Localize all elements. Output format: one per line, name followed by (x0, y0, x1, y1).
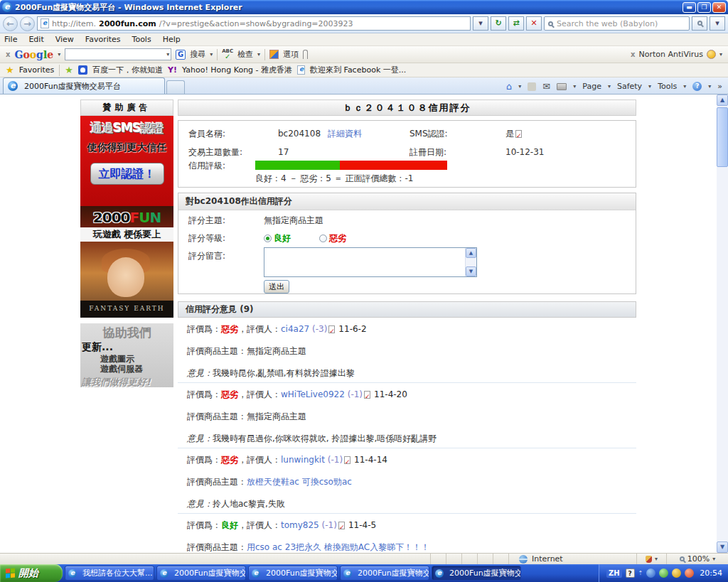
safety-menu[interactable]: Safety (617, 82, 642, 91)
sms-verify-button[interactable]: 立即認證！ (90, 163, 164, 185)
refresh-button[interactable]: ↻ (491, 16, 506, 31)
new-tab-stub[interactable] (166, 80, 185, 94)
chevron-down-icon[interactable]: ▾ (655, 556, 658, 562)
spellcheck-button[interactable]: 檢查 (237, 49, 253, 60)
radio-good[interactable] (264, 235, 272, 242)
menu-tools[interactable]: Tools (132, 35, 151, 44)
comment-topic-link[interactable]: 用cso ac 23把永久 槍換跑勁AC入黎睇下！！！ (247, 542, 429, 552)
menu-edit[interactable]: Edit (28, 35, 43, 44)
google-search-input[interactable]: ▾ (65, 48, 171, 60)
comment-user-link[interactable]: wHiTeLive0922 (281, 389, 345, 399)
stop-button[interactable]: ✕ (526, 16, 542, 31)
help-icon[interactable]: ? (692, 82, 702, 91)
radio-bad[interactable] (319, 235, 327, 242)
go-button[interactable]: ⇄ (508, 16, 524, 31)
rating-doc-icon[interactable] (344, 456, 350, 464)
favorite-link-baidu[interactable]: 百度一下，你就知道 (92, 65, 163, 75)
google-search-dropdown[interactable]: ▾ (210, 51, 213, 58)
menu-help[interactable]: Help (163, 35, 181, 44)
game-banner-ad[interactable]: 2000FUN 玩遊戲 梗係要上 FANTASY EARTH (80, 206, 173, 318)
comment-user-link[interactable]: tomy825 (281, 520, 319, 530)
zoom-dropdown[interactable]: ▾ (712, 556, 715, 562)
ime-help-icon[interactable]: ? (626, 568, 635, 578)
paperclip-icon[interactable] (303, 50, 308, 59)
start-button[interactable]: 開始 (0, 564, 63, 582)
comment-item: 評價爲：惡劣，評價人：wHiTeLive0922 (-1)11-4-20 評價商… (178, 383, 636, 448)
menu-view[interactable]: View (55, 35, 74, 44)
scroll-down-icon[interactable]: ▼ (717, 541, 728, 553)
tray-alert-icon[interactable] (685, 568, 694, 578)
sms-verify-ad[interactable]: 通過SMS認證 使你得到更大信任 立即認證！ (80, 116, 173, 206)
favorites-star-icon[interactable]: ★ (6, 65, 14, 75)
close-button[interactable]: ✕ (712, 2, 726, 13)
home-dropdown[interactable]: ▾ (518, 83, 521, 90)
spellcheck-dropdown[interactable]: ▾ (257, 51, 260, 58)
topic-count-value: 17 (278, 146, 289, 158)
google-logo[interactable]: Google (14, 49, 53, 60)
search-options-button[interactable]: ▾ (710, 16, 725, 31)
norton-dropdown[interactable]: ▾ (719, 51, 722, 58)
rss-feed-icon[interactable] (528, 82, 536, 91)
restore-button[interactable]: ❐ (697, 2, 711, 13)
google-search-button[interactable]: 搜尋 (190, 49, 205, 60)
google-logo-dropdown[interactable]: ▾ (58, 51, 60, 58)
scroll-down-icon[interactable]: ▼ (466, 266, 476, 276)
norton-close-icon[interactable]: x (631, 50, 635, 58)
textarea-scrollbar[interactable]: ▲ ▼ (465, 248, 476, 276)
chevron-down-icon[interactable]: ▾ (166, 51, 169, 58)
scrollbar-thumb[interactable] (717, 107, 728, 167)
help-us-ad[interactable]: 協助我們 更新... 遊戲圖示 遊戲伺服器 讓我們做得更好! (80, 323, 173, 387)
favorite-link-yahoo[interactable]: Yahoo! Hong Kong - 雅虎香港 (182, 65, 292, 75)
mail-icon[interactable]: ✉ (542, 81, 550, 92)
language-indicator[interactable]: ZH (606, 568, 622, 578)
scroll-up-icon[interactable]: ▲ (717, 95, 728, 106)
rating-doc-icon[interactable] (338, 522, 345, 529)
submit-button[interactable]: 送出 (264, 280, 289, 293)
game-ad-footer-logo: FANTASY EARTH (80, 301, 173, 318)
taskbar-window-button[interactable]: e2000Fun虛擬寶物交... (156, 566, 246, 581)
taskbar-window-button[interactable]: e2000Fun虛擬寶物交... (340, 566, 429, 581)
tray-network-icon[interactable] (672, 568, 681, 578)
grade-good-option[interactable]: 良好 (264, 232, 291, 244)
rating-doc-icon[interactable] (328, 325, 335, 333)
taskbar-window-button-active[interactable]: e2000Fun虛擬寶物交... (432, 566, 521, 581)
comment-user-link[interactable]: ci4a27 (281, 324, 309, 334)
home-icon[interactable]: ⌂ (506, 81, 512, 92)
forward-button[interactable]: → (20, 16, 35, 31)
zoom-pane[interactable]: 100% ▾ (667, 554, 728, 565)
page-menu[interactable]: Page (582, 82, 601, 91)
menu-favorites[interactable]: Favorites (85, 35, 121, 44)
options-button[interactable]: 選項 (283, 49, 299, 60)
print-dropdown[interactable]: ▾ (573, 83, 576, 90)
tray-messenger-icon[interactable] (646, 568, 655, 578)
comment-user-link[interactable]: lunwingkit (281, 455, 325, 465)
menu-file[interactable]: File (4, 35, 17, 44)
comment-topic-link[interactable]: 放橙天使鞋ac 可換cso勁ac (247, 477, 352, 487)
tray-status-icon[interactable] (659, 568, 668, 578)
taskbar-window-button[interactable]: e我想請各位大大幫... (65, 566, 154, 581)
scroll-up-icon[interactable]: ▲ (466, 248, 476, 258)
search-go-button[interactable] (692, 16, 707, 31)
back-button[interactable]: ← (3, 16, 18, 31)
search-input[interactable]: Search the web (Babylon) (544, 16, 690, 31)
toolbar-overflow-chevron[interactable]: » (717, 82, 722, 91)
add-favorite-icon[interactable]: ★ (65, 65, 73, 75)
tools-menu[interactable]: Tools (658, 82, 677, 91)
message-textarea[interactable]: ▲ ▼ (264, 247, 477, 277)
grade-bad-option[interactable]: 惡劣 (319, 232, 346, 244)
address-input[interactable]: http://item.2000fun.com/?v=prestige&acti… (37, 16, 471, 31)
taskbar-window-button[interactable]: e2000Fun虛擬寶物交... (248, 566, 338, 581)
print-icon[interactable] (557, 83, 567, 90)
minimize-button[interactable]: ▬ (682, 2, 696, 13)
rating-doc-icon[interactable] (364, 391, 370, 399)
tray-expand-icon[interactable]: ⇡ (638, 570, 643, 576)
norton-icon[interactable] (707, 50, 716, 59)
address-dropdown-button[interactable]: ▾ (473, 16, 488, 31)
protection-pane[interactable]: ▾ (637, 554, 667, 565)
member-detail-link[interactable]: 詳細資料 (328, 128, 362, 139)
tab-active[interactable]: e 2000Fun虛擬寶物交易平台 (3, 77, 165, 94)
toolbar-close-icon[interactable]: x (6, 50, 10, 58)
vertical-scrollbar[interactable]: ▲ ▼ (717, 95, 728, 553)
favorites-button[interactable]: Favorites (19, 65, 55, 75)
favorite-link-facebook[interactable]: 歡迎來到 Facebook 一登... (310, 65, 406, 75)
